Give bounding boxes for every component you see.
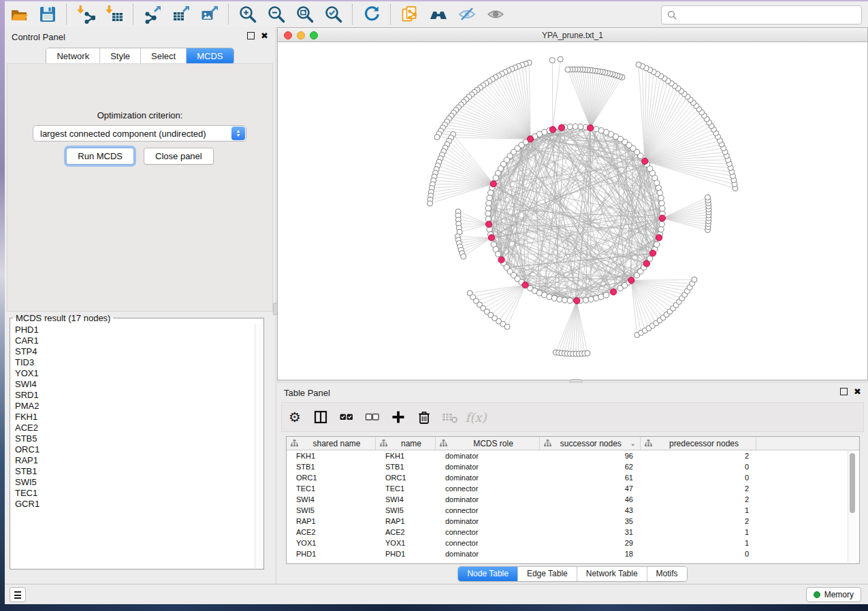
mcds-result-list[interactable]: PHD1CAR1STP4TID3YOX1SWI4SRD1PMA2FKH1ACE2…	[11, 325, 255, 568]
mcds-result-item[interactable]: STB5	[11, 433, 255, 444]
table-row[interactable]: RAP1RAP1dominator352	[287, 516, 859, 527]
close-panel-icon[interactable]: ✖	[854, 389, 861, 395]
search-input[interactable]	[680, 7, 861, 22]
table-row[interactable]: PHD1PHD1dominator180	[287, 548, 859, 559]
column-type-icon	[645, 440, 652, 447]
mcds-list-scrollbar[interactable]	[255, 325, 263, 568]
tab-select[interactable]: Select	[140, 48, 186, 64]
select-all-button[interactable]	[335, 405, 358, 429]
table-row[interactable]: YOX1YOX1connector291	[287, 538, 859, 548]
zoom-in-button[interactable]	[234, 3, 261, 26]
table-row[interactable]: FKH1FKH1dominator962	[287, 450, 859, 461]
import-table-button[interactable]	[101, 3, 128, 26]
dropdown-stepper-icon: ▲▼	[231, 127, 245, 140]
column-type-icon	[440, 440, 447, 447]
tab-style[interactable]: Style	[99, 48, 140, 64]
table-row[interactable]: SWI4SWI4dominator462	[287, 494, 859, 505]
column-header-shared-name[interactable]: shared name	[287, 437, 376, 450]
first-neighbors-binoculars-button[interactable]	[425, 3, 452, 26]
mcds-result-item[interactable]: FKH1	[11, 412, 255, 423]
mcds-result-item[interactable]: RAP1	[11, 455, 255, 466]
panel-selector-button[interactable]	[10, 587, 26, 602]
mcds-result-item[interactable]: ORC1	[11, 444, 255, 455]
zoom-fit-button[interactable]	[291, 3, 319, 26]
export-image-icon	[200, 5, 219, 24]
mcds-result-item[interactable]: PMA2	[11, 401, 255, 412]
show-all-eye-icon	[486, 5, 505, 24]
export-table-button[interactable]	[167, 3, 195, 26]
float-panel-icon[interactable]	[840, 388, 848, 395]
cell-shared-name: SWI4	[287, 495, 376, 503]
export-image-button[interactable]	[196, 3, 223, 26]
mcds-result-item[interactable]: PHD1	[11, 325, 255, 335]
search-icon	[667, 10, 677, 20]
mcds-result-item[interactable]: SRD1	[11, 390, 255, 401]
criterion-dropdown[interactable]: largest connected component (undirected)…	[33, 125, 246, 142]
export-network-button[interactable]	[139, 3, 166, 26]
tab-motifs[interactable]: Motifs	[647, 567, 687, 581]
mcds-result-item[interactable]: STB1	[11, 466, 255, 477]
mcds-result-item[interactable]: TID3	[11, 357, 255, 368]
mcds-result-item[interactable]: TEC1	[11, 488, 255, 499]
tab-network-table[interactable]: Network Table	[577, 567, 647, 581]
column-type-icon	[380, 440, 387, 447]
import-network-button[interactable]	[72, 3, 99, 26]
show-columns-button[interactable]	[309, 405, 332, 429]
tab-node-table[interactable]: Node Table	[458, 567, 517, 581]
cell-successor-nodes: 31	[540, 528, 641, 536]
table-panel-header: Table Panel ✖	[277, 383, 868, 401]
open-folder-button[interactable]	[5, 3, 33, 26]
select-all-icon	[339, 410, 354, 425]
table-row[interactable]: ORC1ORC1dominator610	[287, 472, 859, 483]
table-scrollbar-thumb[interactable]	[850, 453, 855, 513]
close-panel-button[interactable]: Close panel	[144, 148, 214, 165]
network-window-title: YPA_prune.txt_1	[278, 31, 867, 40]
table-panel-tabs: Node TableEdge TableNetwork TableMotifs	[277, 566, 868, 582]
application-window: Control Panel ✖ NetworkStyleSelectMCDS O…	[0, 0, 868, 611]
mcds-result-item[interactable]: SWI5	[11, 477, 255, 488]
cell-MCDS-role: dominator	[436, 517, 540, 525]
copy-network-share-button[interactable]	[396, 3, 423, 26]
settings-gear-button[interactable]: ⚙	[283, 405, 306, 429]
zoom-out-button[interactable]	[263, 3, 290, 26]
hide-selected-eye-button[interactable]	[453, 3, 481, 26]
mcds-result-item[interactable]: YOX1	[11, 368, 255, 379]
tab-mcds[interactable]: MCDS	[186, 48, 233, 64]
save-button[interactable]	[34, 3, 61, 26]
column-type-icon	[544, 440, 551, 447]
cell-MCDS-role: dominator	[436, 474, 540, 482]
float-panel-icon[interactable]	[247, 32, 255, 39]
delete-row-button[interactable]	[413, 405, 436, 429]
table-row[interactable]: TEC1TEC1connector472	[287, 483, 859, 494]
deselect-all-button[interactable]	[361, 405, 384, 429]
network-canvas[interactable]	[277, 42, 868, 380]
search-box	[661, 5, 862, 24]
column-header-successor-nodes[interactable]: successor nodes⌄	[540, 437, 641, 450]
zoom-selected-button[interactable]	[320, 3, 347, 26]
close-panel-icon[interactable]: ✖	[261, 33, 268, 39]
table-row[interactable]: STB1STB1dominator620	[287, 461, 859, 472]
cell-predecessor-nodes: 2	[641, 495, 756, 503]
tab-edge-table[interactable]: Edge Table	[517, 567, 577, 581]
refresh-button[interactable]	[358, 3, 385, 26]
run-mcds-button[interactable]: Run MCDS	[66, 148, 134, 165]
mcds-result-item[interactable]: GCR1	[11, 499, 255, 510]
tab-network[interactable]: Network	[46, 48, 99, 64]
mcds-result-item[interactable]: STP4	[11, 346, 255, 357]
table-row[interactable]: SWI5SWI5connector431	[287, 505, 859, 516]
toolbar-buttons	[5, 3, 510, 26]
column-header-predecessor-nodes[interactable]: predecessor nodes	[641, 437, 756, 450]
show-all-eye-button[interactable]	[482, 3, 509, 26]
network-window-titlebar[interactable]: YPA_prune.txt_1	[277, 27, 868, 42]
mcds-result-item[interactable]: SWI4	[11, 379, 255, 390]
add-row-button[interactable]	[387, 405, 410, 429]
cell-predecessor-nodes: 0	[641, 550, 756, 558]
mcds-result-item[interactable]: CAR1	[11, 335, 255, 346]
column-header-MCDS-role[interactable]: MCDS role	[436, 437, 540, 450]
column-header-name[interactable]: name	[376, 437, 436, 450]
memory-button[interactable]: Memory	[806, 587, 861, 602]
table-row[interactable]: ACE2ACE2connector311	[287, 527, 859, 538]
mcds-result-item[interactable]: ACE2	[11, 423, 255, 433]
table-scrollbar[interactable]	[848, 450, 856, 562]
network-view-window: YPA_prune.txt_1	[277, 27, 868, 380]
